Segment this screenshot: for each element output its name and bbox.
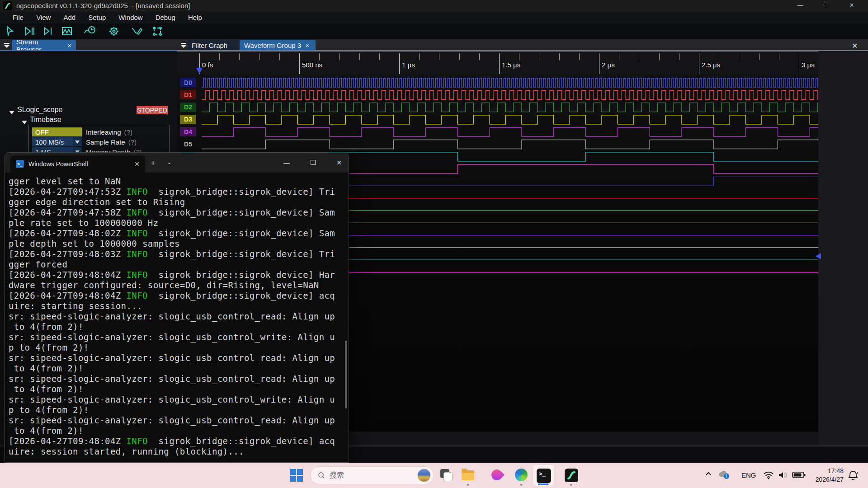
terminal-close-button[interactable]: ✕ — [332, 159, 346, 166]
terminal-line: to 4(from 2)! — [9, 363, 349, 374]
tab-filter-graph[interactable]: Filter Graph — [187, 40, 238, 51]
menu-view[interactable]: View — [30, 12, 57, 23]
volume-icon[interactable] — [778, 470, 788, 481]
terminal-tab-title: Windows PowerShell — [28, 160, 130, 168]
terminal-titlebar[interactable]: >_ Windows PowerShell ✕ + ⌄ — ✕ — [5, 153, 349, 173]
notification-bell-icon[interactable]: z — [847, 470, 859, 483]
window-title: ngscopeclient v0.1.1-320-gd9a2d025 - [un… — [16, 2, 190, 9]
timebase-caret-icon[interactable] — [22, 118, 27, 126]
battery-icon[interactable] — [792, 472, 806, 480]
ngscopeclient-icon — [565, 469, 578, 482]
terminal-line: to 4(from 2)! — [9, 426, 349, 436]
tab-dropdown-icon[interactable]: ⌄ — [167, 159, 172, 165]
sample-rate-label: Sample Rate — [86, 138, 125, 146]
interleaving-help[interactable]: (?) — [124, 128, 132, 136]
timebase-icon[interactable] — [83, 25, 96, 38]
tab-close-icon[interactable]: × — [67, 42, 71, 49]
timebase-label[interactable]: Timebase — [30, 116, 61, 124]
terminal-icon: >_ — [537, 469, 551, 483]
tray-date: 2026/4/27 — [812, 475, 844, 484]
terminal-line: [2026-04-27T09:47:53Z INFO sigrok_bridge… — [9, 187, 349, 197]
waveform-d2 — [202, 103, 818, 112]
terminal-line: gger level set to NaN — [9, 176, 349, 187]
terminal-line: [2026-04-27T09:48:02Z INFO sigrok_bridge… — [9, 228, 349, 239]
new-tab-button[interactable]: + — [151, 158, 156, 168]
menu-setup[interactable]: Setup — [82, 12, 112, 23]
wifi-icon[interactable] — [763, 470, 774, 481]
task-view-button[interactable] — [439, 468, 454, 483]
arm-trigger-icon[interactable] — [4, 25, 16, 38]
menu-add[interactable]: Add — [57, 12, 82, 23]
search-daily-image[interactable] — [417, 469, 431, 482]
terminal-line: gger forced — [9, 259, 349, 270]
terminal-line: [2026-04-27T09:47:58Z INFO sigrok_bridge… — [9, 207, 349, 218]
tab-close-icon[interactable]: × — [305, 42, 309, 49]
terminal-maximize-button[interactable] — [306, 159, 320, 166]
terminal-tab[interactable]: >_ Windows PowerShell ✕ — [10, 155, 145, 173]
menu-bar: FileViewAddSetupWindowDebugHelp — [0, 12, 868, 23]
interleaving-toggle[interactable]: OFF — [32, 127, 82, 136]
menu-window[interactable]: Window — [112, 12, 149, 23]
panel-close-icon[interactable]: ✕ — [852, 42, 858, 50]
desktop: ngscopeclient v0.1.1-320-gd9a2d025 - [un… — [0, 0, 868, 488]
tab-waveform-group-3[interactable]: Waveform Group 3 × — [240, 40, 316, 51]
terminal-output[interactable]: gger level set to NaN[2026-04-27T09:47:5… — [5, 173, 349, 462]
filter-icon[interactable] — [131, 25, 143, 38]
scope-caret-icon[interactable] — [9, 108, 14, 116]
search-box[interactable]: 搜索 — [310, 466, 434, 484]
terminal-line: sr: sipeed-slogic-analyzer: slogic_usb_c… — [9, 415, 349, 426]
taskbar — [0, 463, 868, 488]
interleaving-label: Interleaving — [86, 128, 121, 136]
tray-chevron-icon[interactable] — [704, 470, 712, 480]
waveform-d4 — [202, 127, 818, 136]
terminal-line: [2026-04-27T09:48:04Z INFO sigrok_bridge… — [9, 291, 349, 301]
terminal-line: sr: sipeed-slogic-analyzer: slogic_usb_c… — [9, 353, 349, 363]
tab-stream-browser[interactable]: Stream Browser × — [12, 40, 76, 51]
terminal-line: uire: starting session... — [9, 301, 349, 311]
scope-name[interactable]: SLogic_scope — [17, 106, 63, 114]
fullscreen-icon[interactable] — [151, 25, 164, 38]
sample-rate-dropdown[interactable]: 100 MS/s — [32, 137, 82, 146]
edge-browser-icon[interactable] — [514, 468, 529, 483]
search-icon — [318, 472, 325, 479]
status-badge: STOPPED — [137, 106, 168, 114]
onedrive-cloud-icon[interactable]: i — [718, 469, 731, 482]
minimize-button[interactable]: — — [790, 0, 811, 11]
terminal-line: sr: sipeed-slogic-analyzer: slogic_usb_c… — [9, 311, 349, 322]
collapse-tabbar-icon[interactable] — [4, 42, 10, 48]
history-icon[interactable] — [61, 25, 73, 38]
dropdown-arrow-icon[interactable] — [73, 137, 82, 146]
menu-file[interactable]: File — [6, 12, 30, 23]
terminal-line: [2026-04-27T09:48:04Z INFO sigrok_bridge… — [9, 270, 349, 280]
sample-rate-value: 100 MS/s — [35, 138, 64, 146]
start-button[interactable] — [290, 469, 303, 482]
menu-help[interactable]: Help — [182, 12, 208, 23]
menu-debug[interactable]: Debug — [149, 12, 182, 23]
terminal-line: sr: sipeed-slogic-analyzer: slogic_usb_c… — [9, 374, 349, 384]
sample-rate-help[interactable]: (?) — [128, 138, 137, 146]
terminal-minimize-button[interactable]: — — [280, 159, 293, 166]
powershell-icon: >_ — [16, 160, 24, 168]
language-indicator[interactable]: ENG — [741, 471, 756, 479]
force-trigger-icon[interactable] — [42, 25, 54, 38]
terminal-line: gger edge direction set to Rising — [9, 197, 349, 207]
single-trigger-icon[interactable] — [23, 25, 36, 38]
ngscopeclient-taskbar-icon[interactable] — [564, 468, 579, 483]
file-explorer-icon[interactable] — [461, 468, 476, 483]
app-running-dot — [570, 484, 572, 486]
powershell-window[interactable]: >_ Windows PowerShell ✕ + ⌄ — ✕ gger lev… — [5, 152, 349, 463]
terminal-line: to 4(from 2)! — [9, 322, 349, 332]
tab-filter-graph-label: Filter Graph — [192, 42, 227, 49]
settings-gear-icon[interactable] — [108, 25, 120, 38]
terminal-line: sr: sipeed-slogic-analyzer: slogic_usb_c… — [9, 332, 349, 343]
terminal-tab-close-icon[interactable]: ✕ — [134, 160, 140, 168]
collapse-tabbar-icon[interactable] — [180, 42, 187, 48]
clock[interactable]: 17:48 2026/4/27 — [812, 467, 844, 484]
waveform-d3 — [202, 115, 818, 124]
terminal-scrollbar[interactable] — [345, 341, 347, 408]
terminal-taskbar-button[interactable]: >_ — [533, 465, 554, 486]
active-app-indicator — [538, 483, 549, 485]
close-button[interactable]: ✕ — [841, 0, 862, 11]
pink-app-icon[interactable] — [490, 468, 505, 483]
maximize-button[interactable] — [816, 0, 836, 11]
